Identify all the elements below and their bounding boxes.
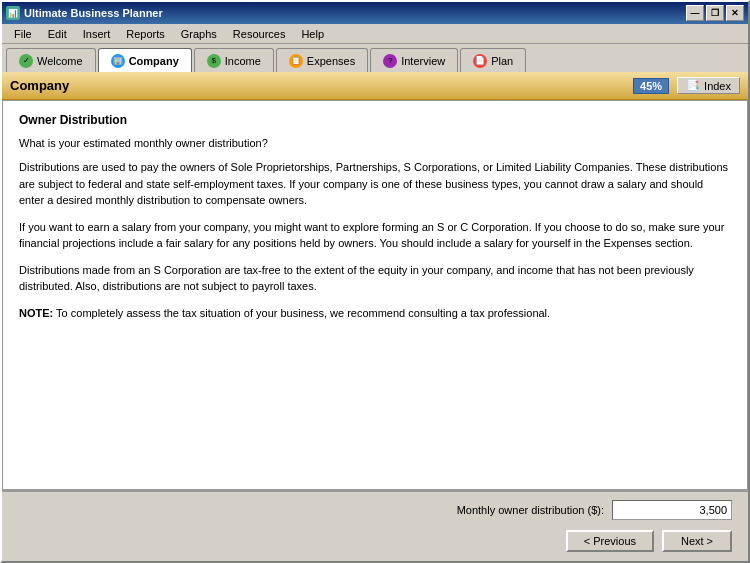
- content-para-3: Distributions made from an S Corporation…: [19, 262, 731, 295]
- content-para-1: Distributions are used to pay the owners…: [19, 159, 731, 209]
- bottom-panel: Monthly owner distribution ($): < Previo…: [2, 490, 748, 560]
- interview-tab-icon: ?: [383, 54, 397, 68]
- content-para-2: If you want to earn a salary from your c…: [19, 219, 731, 252]
- plan-tab-icon: 📄: [473, 54, 487, 68]
- note-label: NOTE:: [19, 307, 53, 319]
- next-button[interactable]: Next >: [662, 530, 732, 552]
- tab-income[interactable]: $ Income: [194, 48, 274, 72]
- main-window: 📊 Ultimate Business Planner — ❐ ✕ File E…: [0, 0, 750, 563]
- close-button[interactable]: ✕: [726, 5, 744, 21]
- content-question: What is your estimated monthly owner dis…: [19, 137, 731, 149]
- title-bar: 📊 Ultimate Business Planner — ❐ ✕: [2, 2, 748, 24]
- tab-welcome[interactable]: ✓ Welcome: [6, 48, 96, 72]
- button-row: < Previous Next >: [18, 530, 732, 552]
- section-header: Company 45% 📑 Index: [2, 72, 748, 100]
- index-icon: 📑: [686, 79, 700, 92]
- tab-expenses[interactable]: 📋 Expenses: [276, 48, 368, 72]
- welcome-tab-icon: ✓: [19, 54, 33, 68]
- income-tab-label: Income: [225, 55, 261, 67]
- tab-interview[interactable]: ? Interview: [370, 48, 458, 72]
- welcome-tab-label: Welcome: [37, 55, 83, 67]
- company-tab-label: Company: [129, 55, 179, 67]
- note-text: To completely assess the tax situation o…: [56, 307, 550, 319]
- monthly-distribution-input[interactable]: [612, 500, 732, 520]
- progress-badge: 45%: [633, 78, 669, 94]
- app-icon: 📊: [6, 6, 20, 20]
- index-button[interactable]: 📑 Index: [677, 77, 740, 94]
- section-title: Company: [10, 78, 69, 93]
- menu-reports[interactable]: Reports: [118, 26, 173, 42]
- index-label: Index: [704, 80, 731, 92]
- expenses-tab-label: Expenses: [307, 55, 355, 67]
- expenses-tab-icon: 📋: [289, 54, 303, 68]
- menu-insert[interactable]: Insert: [75, 26, 119, 42]
- tab-bar: ✓ Welcome 🏢 Company $ Income 📋 Expenses …: [2, 44, 748, 72]
- restore-button[interactable]: ❐: [706, 5, 724, 21]
- input-row: Monthly owner distribution ($):: [18, 500, 732, 520]
- tab-company[interactable]: 🏢 Company: [98, 48, 192, 72]
- content-heading: Owner Distribution: [19, 113, 731, 127]
- menu-edit[interactable]: Edit: [40, 26, 75, 42]
- menu-bar: File Edit Insert Reports Graphs Resource…: [2, 24, 748, 44]
- app-title: Ultimate Business Planner: [24, 7, 163, 19]
- tab-plan[interactable]: 📄 Plan: [460, 48, 526, 72]
- content-note: NOTE: To completely assess the tax situa…: [19, 305, 731, 322]
- interview-tab-label: Interview: [401, 55, 445, 67]
- menu-help[interactable]: Help: [293, 26, 332, 42]
- company-tab-icon: 🏢: [111, 54, 125, 68]
- window-controls: — ❐ ✕: [686, 5, 744, 21]
- menu-file[interactable]: File: [6, 26, 40, 42]
- title-bar-left: 📊 Ultimate Business Planner: [6, 6, 163, 20]
- content-wrapper: Company 45% 📑 Index Owner Distribution W…: [2, 72, 748, 561]
- income-tab-icon: $: [207, 54, 221, 68]
- previous-button[interactable]: < Previous: [566, 530, 654, 552]
- tab-content-area: Owner Distribution What is your estimate…: [2, 100, 748, 561]
- section-right: 45% 📑 Index: [633, 77, 740, 94]
- menu-resources[interactable]: Resources: [225, 26, 294, 42]
- plan-tab-label: Plan: [491, 55, 513, 67]
- menu-graphs[interactable]: Graphs: [173, 26, 225, 42]
- input-label: Monthly owner distribution ($):: [457, 504, 604, 516]
- minimize-button[interactable]: —: [686, 5, 704, 21]
- main-content: Owner Distribution What is your estimate…: [2, 100, 748, 490]
